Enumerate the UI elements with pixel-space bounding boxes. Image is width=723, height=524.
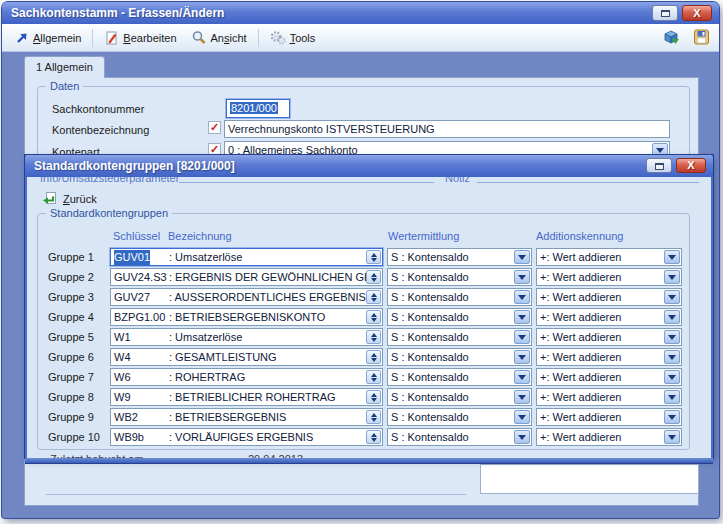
additionskennung-select[interactable]: +: Wert addieren <box>536 328 682 346</box>
schluessel-bezeichnung-field[interactable]: GUV24.S3 : ERGEBNIS DER GEWÖHNLICHEN GES <box>110 268 383 286</box>
zurueck-button[interactable]: Zurück <box>35 189 103 209</box>
additionskennung-select[interactable]: +: Wert addieren <box>536 288 682 306</box>
additionskennung-select[interactable]: +: Wert addieren <box>536 388 682 406</box>
wertermittlung-select[interactable]: S : Kontensaldo <box>387 268 532 286</box>
additionskennung-select[interactable]: +: Wert addieren <box>536 248 682 266</box>
spinner-button[interactable] <box>366 430 381 444</box>
wertermittlung-value: S : Kontensaldo <box>391 251 469 263</box>
wertermittlung-select[interactable]: S : Kontensaldo <box>387 408 532 426</box>
gruppe-label: Gruppe 7 <box>48 368 108 386</box>
save-floppy-icon <box>693 29 710 45</box>
schluessel-value: WB2 <box>114 410 138 425</box>
dropdown-arrow-icon[interactable] <box>664 310 680 324</box>
wertermittlung-select[interactable]: S : Kontensaldo <box>387 248 532 266</box>
wertermittlung-select[interactable]: S : Kontensaldo <box>387 428 532 446</box>
dropdown-arrow-icon[interactable] <box>664 270 680 284</box>
dropdown-arrow-icon[interactable] <box>514 250 530 264</box>
save-button[interactable] <box>691 27 711 47</box>
close-window-button[interactable]: X <box>682 5 712 21</box>
arrow-up-right-icon <box>15 31 29 45</box>
dropdown-arrow-icon[interactable] <box>514 370 530 384</box>
dropdown-arrow-icon[interactable] <box>514 310 530 324</box>
additionskennung-value: +: Wert addieren <box>540 371 621 383</box>
dialog-titlebar[interactable]: Standardkontengruppen [8201/000] X <box>25 155 713 177</box>
spinner-button[interactable] <box>366 370 381 384</box>
schluessel-bezeichnung-field[interactable]: W1 : Umsatzerlöse <box>110 328 383 346</box>
standardkontengruppen-group-label: Standardkontengruppen <box>46 207 172 219</box>
dropdown-arrow-icon[interactable] <box>514 270 530 284</box>
spinner-button[interactable] <box>366 350 381 364</box>
restore-window-icon <box>655 163 664 170</box>
toolbar-item-ansicht[interactable]: Ansicht <box>184 27 254 48</box>
dropdown-arrow-icon[interactable] <box>664 430 680 444</box>
spinner-button[interactable] <box>366 330 381 344</box>
wertermittlung-select[interactable]: S : Kontensaldo <box>387 388 532 406</box>
restore-window-button[interactable] <box>652 5 678 21</box>
spinner-button[interactable] <box>366 310 381 324</box>
additionskennung-value: +: Wert addieren <box>540 431 621 443</box>
package-export-icon <box>663 29 680 45</box>
sachkontonummer-input[interactable]: 8201/000 <box>226 99 290 118</box>
tab-allgemein[interactable]: 1 Allgemein <box>24 56 105 78</box>
dialog-restore-button[interactable] <box>646 158 672 173</box>
schluessel-bezeichnung-field[interactable]: BZPG1.00 : BETRIEBSERGEBNISKONTO <box>110 308 383 326</box>
dropdown-arrow-icon[interactable] <box>514 330 530 344</box>
kontenbezeichnung-input[interactable]: Verrechnungskonto ISTVERSTEUERUNG <box>224 120 670 138</box>
bezeichnung-value: : ROHERTRAG <box>169 370 245 385</box>
spinner-button[interactable] <box>366 290 381 304</box>
spinner-button[interactable] <box>366 270 381 284</box>
schluessel-bezeichnung-field[interactable]: GUV27 : AUSSERORDENTLICHES ERGEBNIS <box>110 288 383 306</box>
package-export-button[interactable] <box>661 27 681 47</box>
additionskennung-select[interactable]: +: Wert addieren <box>536 408 682 426</box>
dropdown-arrow-icon[interactable] <box>664 370 680 384</box>
dropdown-arrow-icon[interactable] <box>664 330 680 344</box>
dropdown-arrow-icon[interactable] <box>514 350 530 364</box>
dropdown-arrow-icon[interactable] <box>664 390 680 404</box>
wertermittlung-select[interactable]: S : Kontensaldo <box>387 328 532 346</box>
additionskennung-select[interactable]: +: Wert addieren <box>536 308 682 326</box>
spinner-button[interactable] <box>366 390 381 404</box>
dropdown-arrow-icon[interactable] <box>664 410 680 424</box>
schluessel-bezeichnung-field[interactable]: GUV01 : Umsatzerlöse <box>110 248 383 266</box>
table-row: Gruppe 1 GUV01 : Umsatzerlöse S : Konten… <box>38 248 689 266</box>
wertermittlung-select[interactable]: S : Kontensaldo <box>387 368 532 386</box>
wertermittlung-select[interactable]: S : Kontensaldo <box>387 288 532 306</box>
gears-icon <box>270 30 286 45</box>
spinner-button[interactable] <box>366 250 381 264</box>
dropdown-arrow-icon[interactable] <box>514 290 530 304</box>
additionskennung-select[interactable]: +: Wert addieren <box>536 368 682 386</box>
background-group-labels: Info/Umsatzsteuerparameter Notiz <box>27 177 711 186</box>
gruppe-label: Gruppe 1 <box>48 248 108 266</box>
schluessel-value: GUV24.S3 <box>114 270 167 285</box>
additionskennung-select[interactable]: +: Wert addieren <box>536 348 682 366</box>
additionskennung-value: +: Wert addieren <box>540 411 621 423</box>
toolbar-label: Tools <box>290 32 316 44</box>
wertermittlung-select[interactable]: S : Kontensaldo <box>387 348 532 366</box>
notiz-textarea[interactable] <box>480 464 699 494</box>
wertermittlung-value: S : Kontensaldo <box>391 371 469 383</box>
additionskennung-select[interactable]: +: Wert addieren <box>536 268 682 286</box>
dropdown-arrow-icon[interactable] <box>514 430 530 444</box>
wertermittlung-select[interactable]: S : Kontensaldo <box>387 308 532 326</box>
additionskennung-value: +: Wert addieren <box>540 351 621 363</box>
main-titlebar[interactable]: Sachkontenstamm - Erfassen/Ändern X <box>2 2 719 24</box>
schluessel-bezeichnung-field[interactable]: W9 : BETRIEBLICHER ROHERTRAG <box>110 388 383 406</box>
dialog-close-button[interactable]: X <box>676 158 706 173</box>
dialog-bottom-border <box>25 458 713 463</box>
dropdown-arrow-icon[interactable] <box>514 410 530 424</box>
additionskennung-select[interactable]: +: Wert addieren <box>536 428 682 446</box>
schluessel-bezeichnung-field[interactable]: WB9b : VORLÄUFIGES ERGEBNIS <box>110 428 383 446</box>
dropdown-arrow-icon[interactable] <box>664 250 680 264</box>
toolbar-item-tools[interactable]: Tools <box>263 27 323 48</box>
schluessel-bezeichnung-field[interactable]: WB2 : BETRIEBSERGEBNIS <box>110 408 383 426</box>
schluessel-bezeichnung-field[interactable]: W4 : GESAMTLEISTUNG <box>110 348 383 366</box>
dropdown-arrow-icon[interactable] <box>664 350 680 364</box>
toolbar-item-allgemein[interactable]: Allgemein <box>8 28 88 48</box>
toolbar-item-bearbeiten[interactable]: Bearbeiten <box>97 27 183 48</box>
spinner-button[interactable] <box>366 410 381 424</box>
dropdown-arrow-icon[interactable] <box>664 290 680 304</box>
schluessel-bezeichnung-field[interactable]: W6 : ROHERTRAG <box>110 368 383 386</box>
standardkontengruppen-groupbox: Standardkontengruppen Schlüssel Bezeichn… <box>37 213 690 450</box>
dropdown-arrow-icon[interactable] <box>514 390 530 404</box>
toolbar-separator <box>92 29 93 47</box>
